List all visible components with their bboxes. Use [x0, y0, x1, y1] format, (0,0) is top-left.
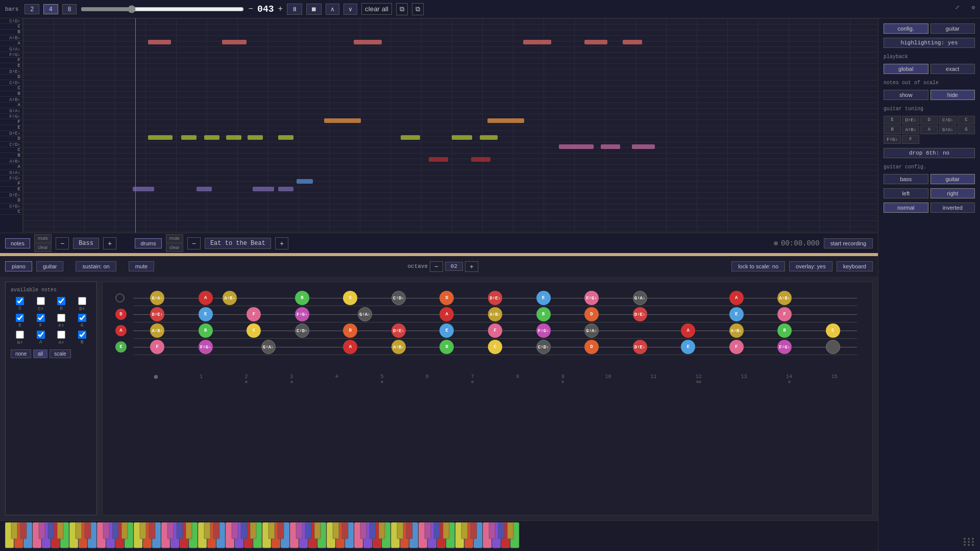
note-check-D[interactable] [57, 297, 65, 305]
note-check-Fs[interactable] [57, 314, 65, 322]
note-block[interactable] [297, 179, 313, 184]
left-button[interactable]: left [884, 188, 928, 198]
note-block[interactable] [278, 187, 293, 191]
note-block[interactable] [471, 157, 491, 162]
open-note-E[interactable]: E [115, 341, 127, 353]
note-circle[interactable]: C♯D♭ [391, 291, 406, 305]
drums-plus-button[interactable]: + [275, 237, 288, 249]
note-circle[interactable]: F [150, 340, 164, 354]
notes-clear-button[interactable]: clear [34, 243, 52, 252]
note-circle[interactable] [826, 340, 840, 354]
note-circle[interactable]: D♯E♭ [391, 323, 406, 338]
note-check-Ds[interactable] [78, 297, 86, 305]
note-circle[interactable]: A [199, 291, 213, 305]
sidebar-guitar-button[interactable]: guitar [930, 23, 975, 34]
notes-mute-button[interactable]: mute [34, 234, 52, 243]
bar-8-button[interactable]: 8 [62, 4, 77, 14]
note-circle[interactable]: A [343, 340, 357, 354]
lock-to-scale-button[interactable]: lock to scale: no [731, 261, 785, 271]
stop-button[interactable]: ⏹ [306, 4, 322, 15]
note-circle[interactable]: D [584, 307, 599, 321]
overlay-button[interactable]: overlay: yes [789, 261, 832, 271]
note-checkbox-E[interactable]: E [11, 314, 30, 329]
note-circle[interactable]: B [439, 340, 454, 354]
note-block[interactable] [480, 135, 498, 140]
tuning-key-E[interactable]: E [884, 116, 901, 124]
drums-button[interactable]: drums [135, 238, 162, 248]
note-circle[interactable]: F♯G♭ [536, 323, 551, 338]
note-block[interactable] [429, 157, 448, 162]
octave-minus-button[interactable]: − [430, 261, 443, 272]
note-check-As[interactable] [57, 331, 65, 339]
note-circle[interactable]: E [199, 307, 213, 321]
hide-button[interactable]: hide [930, 90, 975, 100]
note-checkbox-Cs[interactable]: C♯ [32, 297, 51, 312]
note-checkbox-Gs[interactable]: G♯ [11, 331, 30, 345]
note-circle[interactable]: G♯A♭ [150, 291, 164, 305]
note-circle[interactable]: D [439, 291, 454, 305]
note-circle[interactable]: A♯B♭ [150, 323, 164, 338]
note-checkbox-Ds[interactable]: D♯ [73, 297, 92, 312]
note-circle[interactable]: A♯B♭ [223, 291, 237, 305]
up-button[interactable]: ∧ [326, 4, 339, 15]
tuning-key-F[interactable]: F [902, 135, 919, 144]
note-checkbox-D[interactable]: D [52, 297, 71, 312]
tuning-key-GsAb[interactable]: G♯A♭ [939, 126, 957, 134]
note-check-C[interactable] [16, 297, 24, 305]
note-block[interactable] [278, 135, 293, 140]
note-circle[interactable]: E [536, 291, 551, 305]
note-check-B[interactable] [78, 331, 86, 339]
tempo-plus-button[interactable]: + [278, 5, 283, 14]
note-circle[interactable]: E [681, 340, 695, 354]
note-block[interactable] [623, 40, 642, 44]
open-note-A[interactable]: A [115, 325, 127, 336]
down-button[interactable]: ∨ [344, 4, 357, 15]
note-circle[interactable]: F♯G♭ [199, 340, 213, 354]
note-circle[interactable]: G♯A♭ [633, 291, 647, 305]
bar-4-button[interactable]: 4 [43, 4, 58, 14]
piano-keys-svg[interactable] [5, 521, 822, 549]
note-circle[interactable]: A♯B♭ [777, 291, 792, 305]
guitar-config-button[interactable]: guitar [930, 174, 975, 184]
note-check-F[interactable] [37, 314, 45, 322]
note-circle[interactable]: A♯B♭ [729, 323, 744, 338]
note-block[interactable] [354, 40, 382, 44]
mute-instrument-button[interactable]: mute [129, 261, 154, 271]
note-block[interactable] [452, 135, 472, 140]
note-checkbox-A[interactable]: A [32, 331, 51, 345]
notes-button[interactable]: notes [5, 238, 30, 248]
note-block[interactable] [559, 144, 594, 149]
note-block[interactable] [253, 187, 274, 191]
bass-button[interactable]: bass [884, 174, 928, 184]
note-circle[interactable]: A [681, 323, 695, 338]
filter-scale-button[interactable]: scale [50, 349, 70, 358]
note-block[interactable] [133, 187, 154, 191]
global-button[interactable]: global [884, 64, 928, 74]
tuning-key-D[interactable]: D [920, 116, 938, 124]
note-block[interactable] [523, 40, 551, 44]
note-circle[interactable]: B [536, 307, 551, 321]
tempo-minus-button[interactable]: − [248, 5, 253, 14]
open-note-D[interactable]: D [115, 309, 127, 320]
tuning-key-AsBb[interactable]: A♯B♭ [902, 126, 919, 134]
fretboard[interactable]: G♯A♭ A A♯B♭ B C C♯D♭ D D♯E♭ E F♯G♭ G♯A♭ … [102, 282, 873, 515]
note-block[interactable] [226, 135, 241, 140]
inverted-button[interactable]: inverted [930, 203, 975, 213]
note-check-Gs[interactable] [16, 331, 24, 339]
note-circle[interactable]: C [488, 340, 502, 354]
copy-button[interactable]: ⧉ [396, 3, 408, 15]
note-circle[interactable]: F [247, 307, 261, 321]
notes-plus-button[interactable]: + [103, 237, 116, 249]
note-circle[interactable]: D [343, 323, 357, 338]
note-circle[interactable]: A♯B♭ [488, 307, 502, 321]
normal-button[interactable]: normal [884, 203, 928, 213]
bar-2-button[interactable]: 2 [24, 4, 39, 14]
note-circle[interactable]: D♯E♭ [488, 291, 502, 305]
note-circle[interactable]: A [439, 307, 454, 321]
octave-plus-button[interactable]: + [465, 261, 478, 272]
drop6th-button[interactable]: drop 6th: no [884, 148, 975, 158]
note-circle[interactable]: F♯G♭ [584, 291, 599, 305]
note-circle[interactable]: A♯B♭ [391, 340, 406, 354]
note-block[interactable] [584, 40, 607, 44]
note-circle[interactable]: B [295, 291, 309, 305]
